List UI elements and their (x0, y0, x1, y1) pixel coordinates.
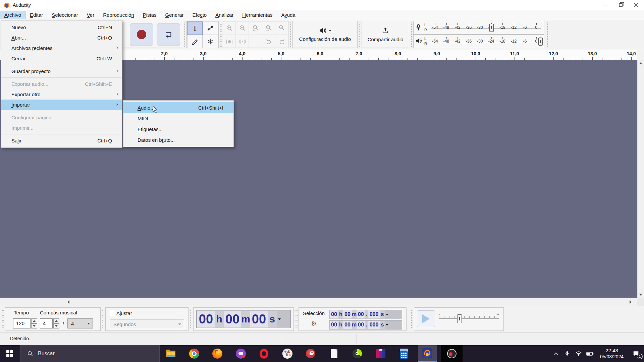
speed-slider[interactable]: - + (439, 312, 499, 324)
time-format-caret-icon[interactable] (278, 318, 281, 320)
recording-meter[interactable]: LR -54-48-42-36-30-24-18-12-60 (413, 21, 544, 35)
menu-item-archivos-recientes[interactable]: Archivos recientes› (1, 43, 122, 53)
menu-pistas[interactable]: Pistas (139, 11, 161, 19)
restore-button[interactable] (613, 0, 629, 10)
menu-ver[interactable]: Ver (83, 11, 99, 19)
time-format-caret-icon[interactable] (386, 324, 388, 326)
menu-efecto[interactable]: Efecto (189, 11, 211, 19)
menu-reproducci-n[interactable]: Reproducción (99, 11, 138, 19)
tools-grip[interactable] (184, 22, 186, 47)
draw-tool-button[interactable] (187, 35, 203, 48)
selection-end-display[interactable]: 00h00m00.000s (329, 320, 402, 329)
record-button[interactable] (130, 23, 153, 46)
zoom-project-button[interactable] (262, 21, 275, 35)
scroll-up-icon[interactable] (639, 62, 642, 64)
media-app-taskbar-icon[interactable] (301, 345, 320, 362)
opera-taskbar-icon[interactable] (255, 345, 273, 362)
menu-item-guardar-proyecto[interactable]: Guardar proyecto› (1, 66, 122, 76)
menu-item-imprimir[interactable]: Imprimir... (1, 123, 122, 133)
menu-item-configurar-p-gina[interactable]: Configurar página... (1, 112, 122, 123)
horizontal-scrollbar[interactable] (0, 298, 644, 306)
share-audio-button[interactable]: Compartir audio (362, 21, 409, 48)
menu-item-datos-en-bruto[interactable]: Datos en bruto... (123, 134, 233, 145)
menu-item-cerrar[interactable]: CerrarCtrl+W (1, 53, 122, 64)
tray-battery-icon[interactable] (584, 345, 596, 362)
search-input[interactable] (38, 351, 132, 357)
timesig-grip[interactable] (1, 310, 4, 328)
text-editor-taskbar-icon[interactable] (325, 345, 343, 362)
tempo-up-button[interactable] (31, 318, 37, 323)
selection-tool-button[interactable]: I (187, 21, 203, 35)
close-button[interactable] (629, 0, 644, 10)
menu-analizar[interactable]: Analizar (211, 11, 237, 19)
selection-settings-gear-icon[interactable]: ⚙ (311, 320, 317, 327)
notification-button[interactable]: 1 (628, 345, 644, 362)
tray-microphone-icon[interactable] (561, 345, 573, 362)
snap-unit-select[interactable]: Segundos (110, 319, 184, 329)
selection-grip[interactable] (295, 310, 298, 328)
envelope-tool-button[interactable] (203, 21, 218, 35)
utility-app-taskbar-icon[interactable] (348, 345, 367, 362)
loop-button[interactable] (157, 23, 180, 46)
menu-item-abrir[interactable]: Abrir...Ctrl+O (1, 33, 122, 43)
menu-editar[interactable]: Editar (26, 11, 47, 19)
menu-item-audio[interactable]: Audio...Ctrl+Shift+I (123, 102, 233, 113)
timesig-up-button[interactable] (53, 318, 59, 323)
zoom-toggle-button[interactable] (275, 21, 288, 35)
play-at-speed-button[interactable] (417, 310, 435, 327)
undo-button[interactable] (262, 35, 275, 48)
zoom-out-button[interactable] (236, 21, 249, 35)
file-explorer-taskbar-icon[interactable] (161, 345, 180, 362)
menu-item-exportar-audio[interactable]: Exportar audio...Ctrl+Shift+E (1, 79, 122, 89)
audacity-taskbar-icon[interactable] (418, 345, 437, 362)
meter-grip[interactable] (411, 22, 413, 47)
paint-taskbar-icon[interactable] (278, 345, 297, 362)
obs-taskbar-icon[interactable] (441, 345, 463, 362)
multi-tool-button[interactable] (203, 35, 218, 48)
timesig-down-button[interactable] (53, 323, 59, 328)
playback-meter[interactable]: LR -54-48-42-36-30-24-18-12-60 (413, 35, 544, 48)
speed-grip[interactable] (411, 310, 413, 328)
menu-archivo[interactable]: Archivo (0, 11, 25, 19)
menu-item-nuevo[interactable]: NuevoCtrl+N (1, 22, 122, 33)
menu-item-salir[interactable]: SalirCtrl+Q (1, 135, 122, 146)
snap-grip[interactable] (102, 310, 104, 328)
audio-setup-grip[interactable] (290, 22, 292, 47)
menu-item-exportar-otro[interactable]: Exportar otro› (1, 89, 122, 100)
menu-herramientas[interactable]: Herramientas (238, 11, 276, 19)
redo-button[interactable] (275, 35, 288, 48)
menu-item-etiquetas[interactable]: Etiquetas... (123, 124, 233, 134)
recording-meter-slider[interactable] (489, 24, 494, 32)
menu-generar[interactable]: Generar (161, 11, 188, 19)
menu-item-midi[interactable]: MIDI... (123, 113, 233, 124)
menu-seleccionar[interactable]: Seleccionar (48, 11, 82, 19)
speed-slider-thumb[interactable] (457, 314, 462, 323)
winrar-taskbar-icon[interactable] (371, 345, 390, 362)
scroll-left-button[interactable] (64, 299, 72, 305)
zoom-in-button[interactable] (223, 21, 236, 35)
timesig-lower-select[interactable]: 4 (67, 318, 93, 328)
tray-chevron-icon[interactable] (550, 345, 561, 362)
firefox-taskbar-icon[interactable] (208, 345, 227, 362)
calculator-taskbar-icon[interactable] (394, 345, 413, 362)
start-button[interactable] (0, 345, 19, 362)
edit-grip[interactable] (219, 22, 222, 47)
time-format-caret-icon[interactable] (386, 314, 388, 315)
chrome-taskbar-icon[interactable] (185, 345, 204, 362)
share-grip[interactable] (359, 22, 361, 47)
scroll-right-button[interactable] (627, 299, 635, 305)
selection-start-display[interactable]: 00h00m00.000s (329, 310, 402, 319)
zoom-selection-button[interactable] (249, 21, 262, 35)
main-time-display[interactable]: 00h00m00s (196, 310, 291, 328)
tray-wifi-icon[interactable] (573, 345, 584, 362)
snap-checkbox[interactable] (110, 311, 115, 316)
silence-audio-button[interactable] (236, 35, 249, 48)
tempo-down-button[interactable] (31, 323, 37, 328)
discord-taskbar-icon[interactable] (231, 345, 250, 362)
end-grip[interactable] (547, 22, 549, 47)
vertical-scrollbar[interactable] (637, 60, 644, 298)
audio-setup-button[interactable]: Configuración de audio (292, 21, 358, 48)
menu-item-importar[interactable]: Importar› (1, 100, 122, 110)
taskbar-search[interactable] (20, 345, 160, 362)
time-grip[interactable] (190, 310, 192, 328)
